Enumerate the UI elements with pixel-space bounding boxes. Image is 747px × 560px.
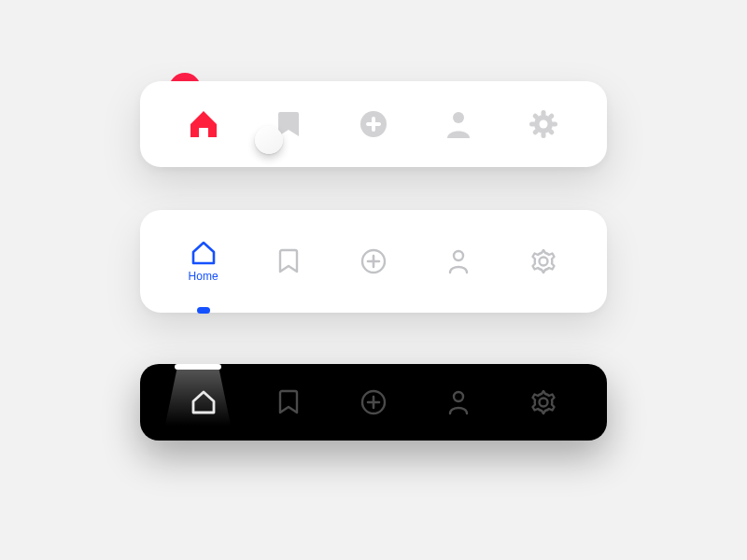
svg-rect-6 [542, 132, 546, 138]
plus-circle-icon [359, 247, 388, 275]
tab-profile[interactable] [430, 96, 486, 152]
plus-circle-icon [359, 109, 388, 139]
svg-point-15 [454, 251, 463, 260]
svg-point-18 [454, 392, 463, 401]
tab-settings[interactable] [515, 233, 571, 289]
tab-profile[interactable] [430, 374, 486, 430]
tab-home[interactable]: Home [176, 233, 232, 289]
tab-settings[interactable] [515, 96, 571, 152]
tab-label: Home [189, 270, 218, 283]
active-indicator-dot [197, 307, 210, 314]
tab-bookmarks[interactable] [261, 233, 317, 289]
plus-circle-icon [359, 388, 388, 416]
tabbar-filled [140, 81, 607, 167]
gear-icon [529, 388, 557, 416]
svg-point-13 [540, 120, 548, 129]
svg-point-19 [540, 399, 548, 407]
interaction-bubble [255, 126, 283, 154]
tab-add[interactable] [345, 374, 402, 430]
tab-add[interactable] [345, 96, 402, 152]
svg-point-3 [453, 112, 464, 123]
svg-point-16 [540, 258, 548, 266]
home-icon [190, 389, 218, 415]
spotlight-bar [175, 364, 221, 370]
person-icon [447, 248, 470, 274]
svg-rect-8 [551, 122, 557, 127]
tab-add[interactable] [345, 233, 402, 289]
tab-home[interactable] [176, 374, 232, 430]
person-icon [447, 389, 470, 415]
gear-icon [529, 247, 557, 275]
gear-icon [529, 109, 558, 139]
svg-rect-7 [529, 122, 536, 127]
bookmark-icon [278, 389, 299, 415]
home-icon [188, 109, 219, 139]
tab-profile[interactable] [430, 233, 486, 289]
canvas: Home [0, 0, 747, 560]
tab-bookmarks[interactable] [261, 374, 317, 430]
tab-settings[interactable] [515, 374, 571, 430]
bookmark-icon [278, 248, 299, 274]
person-icon [446, 110, 471, 138]
tabbar-dark [140, 364, 607, 441]
svg-rect-5 [542, 110, 546, 117]
tabbar-outline: Home [140, 210, 607, 313]
home-icon [190, 241, 217, 265]
tab-home[interactable] [176, 96, 232, 152]
svg-rect-2 [366, 122, 381, 126]
tab-bookmarks[interactable] [261, 96, 317, 152]
